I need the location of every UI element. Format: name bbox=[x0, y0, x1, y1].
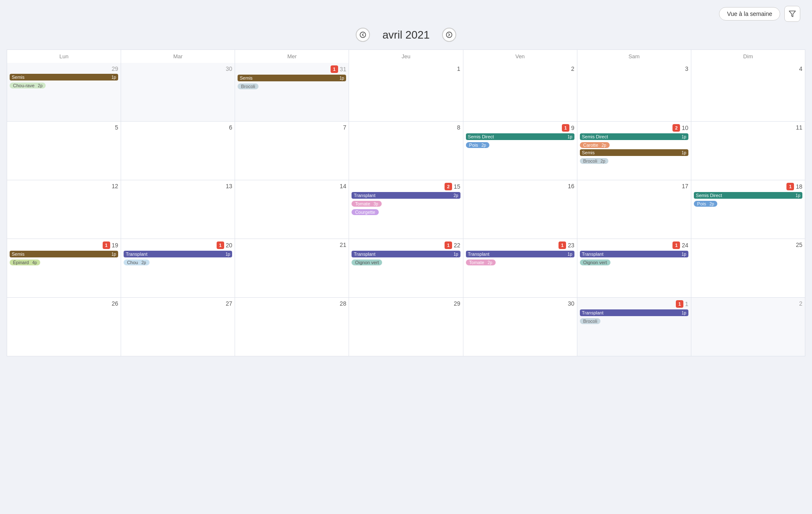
event-item[interactable]: Transplant1p bbox=[580, 309, 688, 316]
day-cell[interactable]: 4 bbox=[691, 63, 805, 122]
day-number: 31 bbox=[340, 66, 347, 73]
day-cell[interactable]: 215Transplant2pTomate3pCourgette bbox=[349, 180, 463, 239]
day-cell[interactable]: 1 bbox=[349, 63, 463, 122]
day-number-row: 118 bbox=[694, 183, 802, 190]
event-item[interactable]: Semis1p bbox=[580, 149, 688, 156]
day-number-row: 215 bbox=[352, 183, 460, 190]
day-cell[interactable]: 119Semis1pÉpinard4p bbox=[7, 239, 121, 298]
day-number: 6 bbox=[229, 124, 232, 131]
event-tag[interactable]: Brocoli bbox=[238, 82, 346, 90]
event-item[interactable]: Transplant2p bbox=[352, 192, 460, 199]
day-cell[interactable]: 6 bbox=[121, 122, 235, 180]
day-cell[interactable]: 25 bbox=[691, 239, 805, 298]
day-header-sam: Sam bbox=[577, 50, 691, 63]
day-cell[interactable]: 12 bbox=[7, 180, 121, 239]
event-tag[interactable]: Pois2p bbox=[466, 141, 574, 148]
event-item[interactable]: Transplant1p bbox=[352, 251, 460, 257]
day-header-ven: Ven bbox=[463, 50, 577, 63]
svg-marker-0 bbox=[789, 11, 796, 17]
event-item[interactable]: Transplant1p bbox=[124, 251, 232, 257]
day-number-row: 26 bbox=[10, 300, 118, 307]
day-cell[interactable]: 11Transplant1pBrocoli bbox=[577, 298, 691, 356]
day-number: 24 bbox=[682, 242, 688, 249]
event-badge: 2 bbox=[445, 183, 452, 190]
day-cell[interactable]: 3 bbox=[577, 63, 691, 122]
day-cell[interactable]: 19Semis Direct1pPois2p bbox=[463, 122, 577, 180]
day-cell[interactable]: 7 bbox=[235, 122, 349, 180]
day-cell[interactable]: 120Transplant1pChou2p bbox=[121, 239, 235, 298]
day-cell[interactable]: 17 bbox=[577, 180, 691, 239]
day-number-row: 120 bbox=[124, 241, 232, 249]
day-cell[interactable]: 118Semis Direct1pPois2p bbox=[691, 180, 805, 239]
event-item[interactable]: Semis Direct1p bbox=[694, 192, 802, 199]
day-cell[interactable]: 27 bbox=[121, 298, 235, 356]
day-cell[interactable]: 13 bbox=[121, 180, 235, 239]
day-cell[interactable]: 2 bbox=[463, 63, 577, 122]
event-tag[interactable]: Épinard4p bbox=[10, 258, 118, 266]
day-cell[interactable]: 124Transplant1pOignon vert bbox=[577, 239, 691, 298]
day-cell[interactable]: 11 bbox=[691, 122, 805, 180]
event-badge: 1 bbox=[217, 241, 224, 249]
event-tag[interactable]: Tomate2p bbox=[466, 258, 574, 266]
day-number-row: 19 bbox=[466, 124, 574, 132]
event-item[interactable]: Transplant1p bbox=[580, 251, 688, 257]
day-cell[interactable]: 123Transplant1pTomate2p bbox=[463, 239, 577, 298]
day-cell[interactable]: 30 bbox=[121, 63, 235, 122]
day-number-row: 27 bbox=[124, 300, 232, 307]
event-item[interactable]: Semis1p bbox=[10, 251, 118, 257]
day-number: 20 bbox=[226, 242, 233, 249]
event-tag[interactable]: Courgette bbox=[352, 208, 460, 215]
day-cell[interactable]: 5 bbox=[7, 122, 121, 180]
day-number: 15 bbox=[454, 183, 460, 190]
prev-month-button[interactable] bbox=[356, 28, 370, 42]
day-number-row: 25 bbox=[694, 241, 802, 248]
day-number: 21 bbox=[340, 241, 347, 248]
day-cell[interactable]: 28 bbox=[235, 298, 349, 356]
day-number: 13 bbox=[226, 183, 233, 190]
event-item[interactable]: Semis1p bbox=[10, 74, 118, 80]
event-item[interactable]: Transplant1p bbox=[466, 251, 574, 257]
day-cell[interactable]: 16 bbox=[463, 180, 577, 239]
calendar-container: LunMarMerJeuVenSamDim 29Semis1pChou-rave… bbox=[0, 49, 812, 363]
event-item[interactable]: Semis Direct1p bbox=[466, 133, 574, 140]
day-cell[interactable]: 29Semis1pChou-rave2p bbox=[7, 63, 121, 122]
day-number: 30 bbox=[226, 65, 233, 72]
day-number-row: 119 bbox=[10, 241, 118, 249]
event-tag[interactable]: Oignon vert bbox=[352, 258, 460, 266]
day-cell[interactable]: 26 bbox=[7, 298, 121, 356]
day-number: 28 bbox=[340, 300, 347, 307]
filter-button[interactable] bbox=[784, 6, 800, 22]
event-tag[interactable]: Brocoli2p bbox=[580, 157, 688, 164]
day-number-row: 123 bbox=[466, 241, 574, 249]
top-bar: Vue à la semaine bbox=[0, 0, 812, 28]
event-tag[interactable]: Pois2p bbox=[694, 200, 802, 207]
next-month-button[interactable] bbox=[442, 28, 456, 42]
day-cell[interactable]: 21 bbox=[235, 239, 349, 298]
event-tag[interactable]: Chou-rave2p bbox=[10, 81, 118, 89]
day-cell[interactable]: 131Semis1pBrocoli bbox=[235, 63, 349, 122]
event-tag[interactable]: Carotte2p bbox=[580, 141, 688, 148]
event-item[interactable]: Semis1p bbox=[238, 75, 346, 81]
week-view-button[interactable]: Vue à la semaine bbox=[719, 7, 780, 21]
event-tag[interactable]: Brocoli bbox=[580, 317, 688, 324]
event-item[interactable]: Semis Direct1p bbox=[580, 133, 688, 140]
day-cell[interactable]: 14 bbox=[235, 180, 349, 239]
day-header-dim: Dim bbox=[691, 50, 805, 63]
day-number-row: 122 bbox=[352, 241, 460, 249]
day-number: 4 bbox=[799, 65, 802, 72]
day-number: 17 bbox=[682, 183, 688, 190]
day-cell[interactable]: 29 bbox=[349, 298, 463, 356]
day-cell[interactable]: 8 bbox=[349, 122, 463, 180]
day-number-row: 8 bbox=[352, 124, 460, 131]
day-number: 18 bbox=[796, 183, 802, 190]
day-number-row: 12 bbox=[10, 183, 118, 190]
day-number: 5 bbox=[115, 124, 118, 131]
day-cell[interactable]: 122Transplant1pOignon vert bbox=[349, 239, 463, 298]
event-tag[interactable]: Chou2p bbox=[124, 258, 232, 266]
day-cell[interactable]: 210Semis Direct1pCarotte2pSemis1pBrocoli… bbox=[577, 122, 691, 180]
event-tag[interactable]: Tomate3p bbox=[352, 200, 460, 207]
day-cell[interactable]: 2 bbox=[691, 298, 805, 356]
day-cell[interactable]: 30 bbox=[463, 298, 577, 356]
day-number: 3 bbox=[685, 65, 688, 72]
event-tag[interactable]: Oignon vert bbox=[580, 258, 688, 266]
